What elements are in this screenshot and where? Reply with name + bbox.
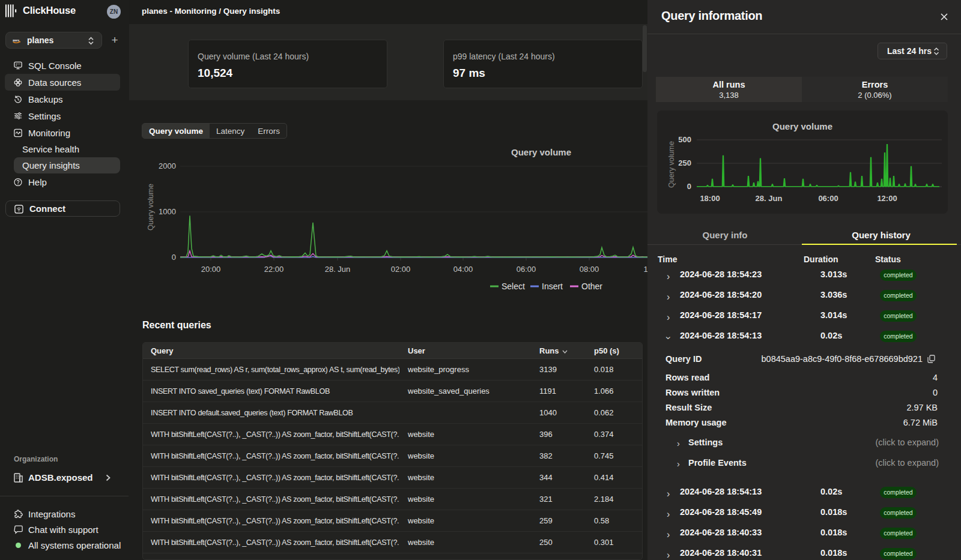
svg-text:18:00: 18:00 (700, 194, 720, 203)
svg-text:aws: aws (13, 38, 20, 41)
svg-text:Query volume: Query volume (667, 141, 676, 188)
svg-text:04:00: 04:00 (453, 265, 473, 274)
svg-text:2000: 2000 (159, 161, 176, 170)
svg-text:Insert: Insert (542, 282, 563, 291)
svg-text:0: 0 (172, 253, 176, 262)
svg-text:06:00: 06:00 (818, 194, 838, 203)
svg-text:20:00: 20:00 (201, 265, 221, 274)
svg-text:1: 1 (643, 265, 647, 274)
svg-text:1000: 1000 (159, 207, 176, 216)
svg-text:Other: Other (581, 282, 602, 291)
svg-text:02:00: 02:00 (391, 265, 411, 274)
svg-text:Query volume: Query volume (511, 147, 571, 157)
svg-text:Select: Select (502, 282, 525, 291)
svg-text:06:00: 06:00 (517, 265, 536, 274)
svg-text:28. Jun: 28. Jun (756, 194, 783, 203)
svg-text:08:00: 08:00 (580, 265, 599, 274)
svg-text:22:00: 22:00 (264, 265, 284, 274)
svg-text:28. Jun: 28. Jun (325, 265, 351, 274)
svg-text:0: 0 (687, 182, 691, 191)
svg-text:250: 250 (678, 158, 691, 167)
svg-text:12:00: 12:00 (877, 194, 897, 203)
svg-text:500: 500 (678, 135, 691, 144)
svg-text:Query volume: Query volume (147, 184, 155, 230)
